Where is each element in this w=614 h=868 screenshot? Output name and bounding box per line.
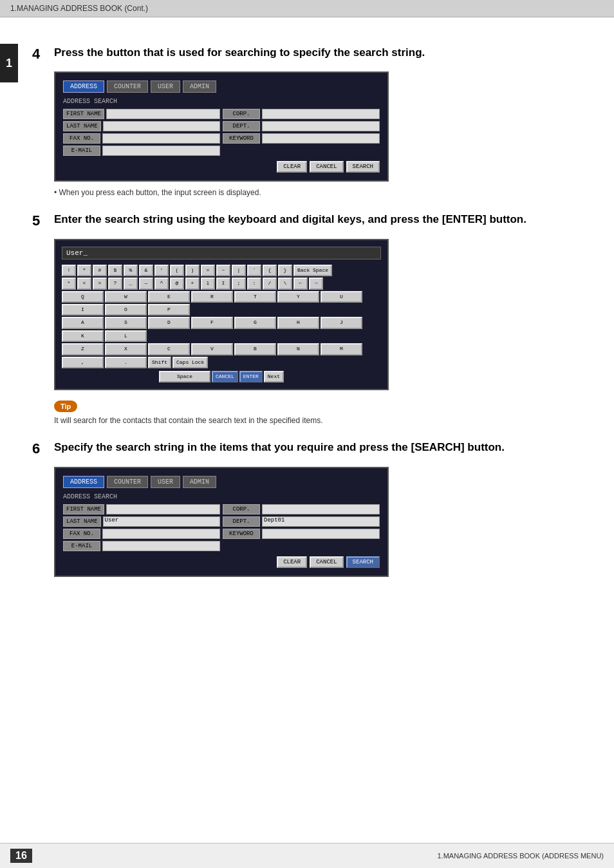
kb-key-slash[interactable]: / [263, 278, 277, 289]
kb-key-r[interactable]: R [191, 291, 233, 303]
kb-key-h[interactable]: H [277, 317, 319, 328]
kb-key-m[interactable]: M [321, 343, 362, 355]
kb-key-b[interactable]: B [234, 343, 276, 355]
kb-key-d[interactable]: D [148, 317, 190, 328]
kb-key-question[interactable]: ? [108, 278, 122, 289]
tab-admin-1[interactable]: ADMIN [183, 80, 216, 93]
tab-address-2[interactable]: ADDRESS [63, 476, 104, 488]
kb-key-star[interactable]: * [62, 278, 76, 289]
kb-key-y[interactable]: Y [277, 291, 319, 303]
kb-key-x[interactable]: X [105, 343, 147, 355]
kb-key-a[interactable]: A [62, 317, 104, 328]
keyboard-mockup: User_ ! " # $ % & ' ( ) = ~ | ` { } Back… [54, 239, 389, 391]
field-input-lastname-1[interactable] [103, 121, 220, 131]
kb-key-e[interactable]: E [148, 291, 190, 303]
kb-key-v[interactable]: V [191, 343, 233, 355]
tab-address-1[interactable]: ADDRESS [63, 80, 104, 93]
kb-key-cancel[interactable]: CANCEL [212, 371, 238, 382]
kb-key-caret[interactable]: ^ [154, 278, 169, 289]
kb-key-s[interactable]: S [105, 317, 147, 328]
field-row-email-2: E-MAIL [63, 541, 220, 551]
clear-button-1[interactable]: CLEAR [277, 161, 307, 173]
field-label-keyword-1: KEYWORD [223, 133, 260, 144]
kb-key-dollar[interactable]: $ [108, 265, 122, 276]
tab-user-2[interactable]: USER [151, 476, 180, 488]
kb-key-n[interactable]: N [277, 343, 319, 355]
field-input-keyword-2[interactable] [262, 529, 380, 539]
kb-key-rparen[interactable]: ) [185, 265, 200, 276]
field-input-fax-1[interactable] [102, 133, 220, 144]
kb-key-equals[interactable]: = [201, 265, 215, 276]
tab-admin-2[interactable]: ADMIN [183, 476, 216, 488]
field-row-dept-1: DEPT. [223, 121, 380, 131]
kb-key-left-arrow[interactable]: ← [293, 278, 308, 289]
kb-key-semicolon[interactable]: ; [232, 278, 246, 289]
field-input-dept-2[interactable]: Dept01 [262, 516, 380, 527]
kb-key-lparen[interactable]: ( [170, 265, 184, 276]
search-button-2[interactable]: SEARCH [346, 556, 380, 568]
kb-key-pipe[interactable]: | [232, 265, 246, 276]
kb-key-gt[interactable]: > [93, 278, 107, 289]
kb-key-plus[interactable]: + [185, 278, 200, 289]
kb-key-q[interactable]: Q [62, 291, 104, 303]
kb-key-dash[interactable]: — [139, 278, 153, 289]
kb-key-space[interactable]: Space [159, 371, 210, 382]
kb-key-backslash[interactable]: \ [278, 278, 292, 289]
kb-key-t[interactable]: T [234, 291, 276, 303]
field-input-fax-2[interactable] [102, 529, 220, 539]
kb-key-z[interactable]: Z [62, 343, 104, 355]
kb-key-i[interactable]: I [62, 304, 104, 316]
search-button-1[interactable]: SEARCH [346, 161, 380, 173]
field-input-lastname-2[interactable]: User [103, 516, 220, 527]
kb-key-g[interactable]: G [234, 317, 276, 328]
kb-key-enter[interactable]: ENTER [239, 371, 263, 382]
field-input-corp-1[interactable] [262, 109, 380, 119]
kb-key-colon[interactable]: : [247, 278, 261, 289]
kb-key-apos[interactable]: ' [154, 265, 169, 276]
kb-key-backtick[interactable]: ` [247, 265, 261, 276]
field-input-email-2[interactable] [102, 541, 220, 551]
kb-key-j[interactable]: J [321, 317, 362, 328]
field-input-dept-1[interactable] [262, 121, 380, 131]
kb-key-f[interactable]: F [191, 317, 233, 328]
field-input-firstname-2[interactable] [106, 504, 220, 514]
cancel-button-2[interactable]: CANCEL [310, 556, 343, 568]
kb-key-excl[interactable]: ! [62, 265, 76, 276]
field-input-firstname-1[interactable] [106, 109, 220, 119]
clear-button-2[interactable]: CLEAR [277, 556, 307, 568]
kb-key-k[interactable]: K [62, 330, 104, 342]
kb-key-right-arrow[interactable]: → [309, 278, 323, 289]
kb-key-percent[interactable]: % [124, 265, 138, 276]
kb-key-comma[interactable]: , [62, 357, 104, 368]
kb-key-underscore[interactable]: _ [124, 278, 138, 289]
kb-key-shift[interactable]: Shift [148, 357, 171, 368]
kb-key-o[interactable]: O [105, 304, 147, 316]
kb-key-I[interactable]: I [216, 278, 230, 289]
tab-user-1[interactable]: USER [151, 80, 180, 93]
kb-key-lt[interactable]: < [77, 278, 91, 289]
kb-key-w[interactable]: W [105, 291, 147, 303]
keyboard-input[interactable]: User_ [62, 247, 381, 259]
field-input-email-1[interactable] [102, 146, 220, 156]
tab-counter-2[interactable]: COUNTER [107, 476, 148, 488]
kb-key-quote[interactable]: " [77, 265, 91, 276]
kb-key-u[interactable]: U [321, 291, 362, 303]
kb-key-lbrace[interactable]: { [263, 265, 277, 276]
field-input-keyword-1[interactable] [262, 133, 380, 144]
kb-key-tilde[interactable]: ~ [216, 265, 230, 276]
kb-key-hash[interactable]: # [93, 265, 107, 276]
tab-counter-1[interactable]: COUNTER [107, 80, 148, 93]
kb-key-capslock[interactable]: Caps Lock [172, 357, 208, 368]
kb-key-rbrace[interactable]: } [278, 265, 292, 276]
cancel-button-1[interactable]: CANCEL [310, 161, 343, 173]
kb-key-amp[interactable]: & [139, 265, 153, 276]
kb-key-at[interactable]: @ [170, 278, 184, 289]
kb-key-l[interactable]: l [201, 278, 215, 289]
kb-key-lkey[interactable]: L [105, 330, 147, 342]
field-input-corp-2[interactable] [262, 504, 380, 514]
kb-key-backspace[interactable]: Back Space [293, 265, 332, 276]
kb-key-c[interactable]: C [148, 343, 190, 355]
kb-key-period[interactable]: . [105, 357, 147, 368]
kb-key-p[interactable]: P [148, 304, 190, 316]
kb-key-next[interactable]: Next [264, 371, 284, 382]
